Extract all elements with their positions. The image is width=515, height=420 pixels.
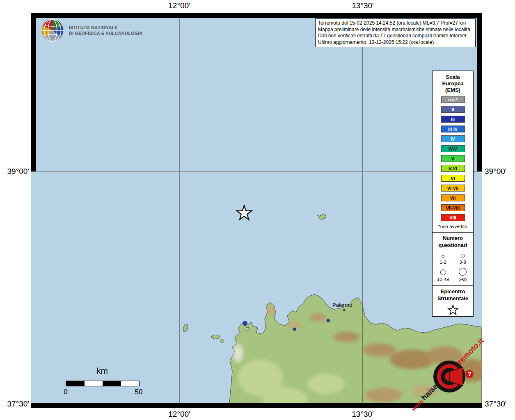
legend-swatch-v: V <box>441 155 465 162</box>
lat-label-right-bottom: 37°30' <box>485 399 515 409</box>
island-small <box>220 340 224 342</box>
scale-bar <box>66 381 140 386</box>
lat-label-left-bottom: 37°30' <box>0 399 29 409</box>
ingv-logo: ISTITUTO NAZIONALE DI GEOFISICA E VULCAN… <box>41 19 143 42</box>
city-label-palermo: Palermo <box>332 302 352 308</box>
epicenter-section-title: Epicentro Strumentale <box>437 288 468 302</box>
legend-swatch-vii-viii: VII-VIII <box>441 204 465 211</box>
size-label-1-2: 1-2 <box>439 260 446 265</box>
size-circle-xlarge-icon <box>459 268 467 276</box>
questionnaire-size-3: 10-49 <box>434 268 453 282</box>
ingv-globe-icon <box>41 19 64 42</box>
event-info-box: Terremoto del 15-02-2025 14:24:52 (ora l… <box>315 18 476 47</box>
questionnaire-sizes-row2: 10-49 ≥50 <box>433 268 473 282</box>
map-geography <box>31 14 482 408</box>
legend-swatch-viii: VIII <box>441 214 465 221</box>
questionnaire-size-4: ≥50 <box>453 268 472 282</box>
scale-bar-unit: km <box>66 366 139 376</box>
legend-swatch-iv: IV <box>441 135 465 142</box>
event-info-line2: Mappa preliminare delle intensità macros… <box>318 27 473 33</box>
frame-bar-top <box>31 13 482 18</box>
size-circle-large-icon <box>440 269 446 275</box>
scale-bar-segment <box>84 381 103 386</box>
epicenter-title-line1: Epicentro <box>437 288 468 295</box>
legend-swatch-vii: VII <box>441 194 465 201</box>
size-circle-medium-icon <box>461 254 465 258</box>
islet-dot <box>317 215 318 216</box>
scale-bar-segment <box>121 381 139 386</box>
questionnaire-size-2: 3-9 <box>453 252 472 265</box>
size-label-10-49: 10-49 <box>437 277 449 282</box>
questionnaire-title-line2: questionari <box>438 242 467 249</box>
frame-bar-right <box>477 13 482 171</box>
lon-label-bottom-left: 12°00' <box>159 410 200 419</box>
seismic-intensity-map-page: Palermo 12°00' 13°30' 12°00' 13°30' 39°0… <box>0 0 515 420</box>
legend-intensity-scale: n.a.* II III III-IV IV IV-V V V-VI VI VI… <box>441 96 465 221</box>
legend-swatch-iii: III <box>441 116 465 123</box>
size-label-50plus: ≥50 <box>459 277 467 282</box>
legend-footnote: *non avvertito <box>438 224 467 229</box>
ingv-name-line2: DI GEOFISICA E VULCANOLOGIA <box>69 30 143 36</box>
ingv-name-line1: ISTITUTO NAZIONALE <box>69 25 143 30</box>
scale-bar-segment <box>103 381 121 386</box>
legend-swatch-iii-iv: III-IV <box>441 126 465 132</box>
legend-swatch-vi-vii: VI-VII <box>441 185 465 192</box>
legend-swatch-ii: II <box>441 106 465 113</box>
legend-panel: Scala Europea (EMS) n.a.* II III III-IV … <box>432 71 474 317</box>
event-info-line1: Terremoto del 15-02-2025 14:24:52 (ora l… <box>318 20 473 27</box>
legend-divider <box>433 285 473 286</box>
scale-bar-start-label: 0 <box>61 388 71 396</box>
legend-title: Scala Europea (EMS) <box>442 74 463 94</box>
size-circle-small-icon <box>442 255 444 258</box>
legend-swatch-na: n.a.* <box>441 96 465 103</box>
ingv-logo-text: ISTITUTO NAZIONALE DI GEOFISICA E VULCAN… <box>69 25 143 36</box>
legend-swatch-iv-v: IV-V <box>441 145 465 152</box>
questionnaire-section-title: Numero questionari <box>438 235 467 249</box>
lat-label-right-top: 39°00' <box>485 167 515 176</box>
epicenter-star-icon <box>447 304 459 316</box>
island-favignana <box>211 335 220 339</box>
event-info-line3: Dati non verificati estratti da 17 quest… <box>318 33 473 39</box>
scale-bar-end-label: 50 <box>131 388 146 396</box>
event-info-line4: Ultimo aggiornamento: 13-12-2025 15:22 (… <box>318 39 473 46</box>
lat-label-left-top: 39°00' <box>0 167 29 176</box>
legend-title-line2: Europea <box>442 80 463 87</box>
questionnaire-title-line1: Numero <box>438 235 467 242</box>
legend-title-line1: Scala <box>442 74 463 80</box>
legend-divider <box>433 232 473 233</box>
lon-label-top-right: 13°30' <box>342 1 383 10</box>
lon-label-top-left: 12°00' <box>159 1 200 10</box>
lon-label-bottom-right: 13°30' <box>342 410 383 419</box>
legend-swatch-vi: VI <box>441 175 465 182</box>
size-label-3-9: 3-9 <box>459 260 466 265</box>
legend-title-line3: (EMS) <box>442 87 463 94</box>
legend-swatch-v-vi: V-VI <box>441 165 465 172</box>
scale-bar-segment <box>66 381 84 386</box>
frame-bar-left <box>31 13 36 171</box>
questionnaire-size-1: 1-2 <box>434 252 453 265</box>
epicenter-title-line2: Strumentale <box>437 295 468 302</box>
map-canvas <box>31 13 482 408</box>
haisentitoilterremoto-logo-icon: ? <box>427 354 480 403</box>
watermark-question-mark: ? <box>468 371 472 377</box>
questionnaire-sizes-row1: 1-2 3-9 <box>433 252 473 265</box>
